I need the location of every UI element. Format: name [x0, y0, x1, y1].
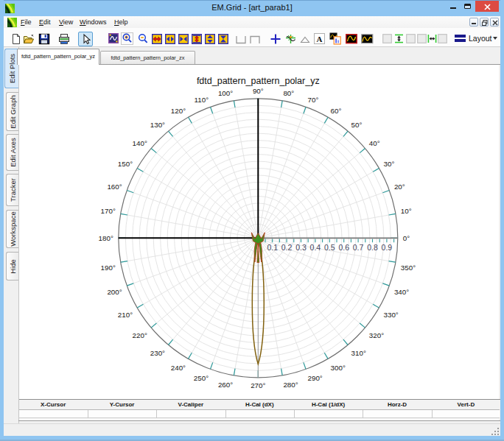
svg-text:260°: 260°	[218, 381, 233, 389]
svg-text:270°: 270°	[251, 381, 265, 389]
svg-text:220°: 220°	[133, 331, 147, 339]
svg-text:310°: 310°	[351, 349, 366, 357]
svg-text:340°: 340°	[394, 288, 409, 296]
svg-text:fdtd_pattern_pattern_polar_yz: fdtd_pattern_pattern_polar_yz	[197, 76, 320, 86]
svg-text:80°: 80°	[283, 89, 294, 97]
svg-text:290°: 290°	[308, 374, 323, 382]
svg-text:50°: 50°	[351, 121, 363, 129]
svg-text:30°: 30°	[384, 160, 395, 168]
svg-text:330°: 330°	[384, 311, 399, 319]
svg-text:100°: 100°	[218, 89, 233, 97]
svg-text:210°: 210°	[118, 311, 133, 319]
svg-text:90°: 90°	[253, 87, 264, 95]
svg-text:0.3: 0.3	[295, 243, 307, 252]
svg-text:150°: 150°	[118, 160, 133, 168]
svg-text:0.5: 0.5	[324, 243, 335, 252]
svg-text:250°: 250°	[194, 374, 209, 382]
svg-text:200°: 200°	[107, 288, 122, 296]
svg-text:300°: 300°	[331, 364, 346, 372]
svg-text:0.6: 0.6	[338, 243, 349, 252]
svg-text:0.2: 0.2	[281, 243, 293, 252]
svg-text:0.8: 0.8	[367, 243, 378, 252]
svg-text:140°: 140°	[133, 139, 147, 147]
svg-text:190°: 190°	[101, 264, 116, 272]
svg-text:350°: 350°	[401, 264, 416, 272]
svg-text:40°: 40°	[369, 139, 380, 147]
svg-text:0.7: 0.7	[353, 243, 364, 252]
svg-text:280°: 280°	[283, 381, 298, 389]
svg-text:170°: 170°	[101, 207, 116, 215]
svg-text:60°: 60°	[331, 107, 342, 115]
svg-text:320°: 320°	[369, 331, 384, 339]
svg-text:230°: 230°	[150, 349, 165, 357]
svg-text:180°: 180°	[99, 234, 113, 242]
svg-text:0.9: 0.9	[382, 243, 393, 252]
svg-text:160°: 160°	[107, 183, 122, 191]
svg-text:20°: 20°	[394, 183, 405, 191]
svg-text:110°: 110°	[195, 96, 209, 104]
svg-text:70°: 70°	[308, 96, 319, 104]
svg-text:130°: 130°	[150, 121, 165, 129]
svg-text:0°: 0°	[403, 234, 410, 242]
svg-text:0.4: 0.4	[310, 243, 321, 252]
svg-text:0.1: 0.1	[267, 243, 278, 252]
svg-text:240°: 240°	[171, 364, 186, 372]
svg-text:120°: 120°	[171, 107, 186, 115]
svg-text:10°: 10°	[401, 207, 412, 215]
